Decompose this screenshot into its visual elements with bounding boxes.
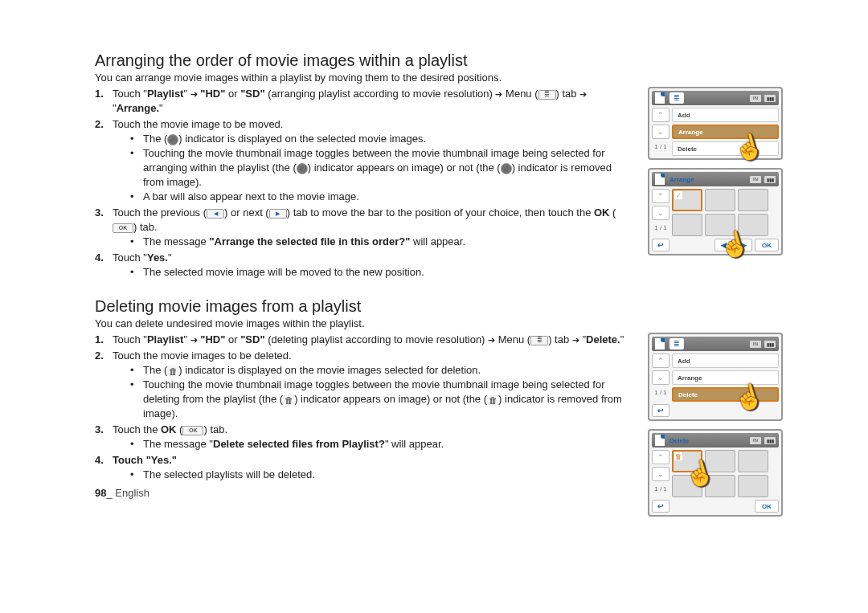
screen-menu-arrange: ≣IN▮▮▮ ⌃⌄1 / 1 Add Arrange Delete ☝ [648,87,783,160]
ok-tab-icon [182,426,203,435]
menu-tab-icon [538,90,556,100]
trash-icon [487,394,498,406]
step-1: Touch "Playlist" "HD" or "SD" (deleting … [95,333,628,347]
thumb-3[interactable] [738,189,768,211]
menu-tab-icon: ≣ [669,338,684,349]
ok-button[interactable]: OK [755,500,779,513]
check-icon [297,163,308,174]
page-footer: 98_ English [95,487,149,499]
battery-icon: ▮▮▮ [764,341,776,348]
down-button[interactable]: ⌄ [652,206,669,220]
trash-icon [167,366,178,377]
down-button[interactable]: ⌄ [652,125,669,139]
step-4: Touch "Yes." The selected playlists will… [95,453,628,482]
screen-title: Arrange [669,176,694,183]
thumb-3[interactable] [738,450,768,472]
up-button[interactable]: ⌃ [652,189,669,203]
heading-delete: Deleting movie images from a playlist [95,297,791,316]
battery-icon: ▮▮▮ [764,437,776,444]
step-2: Touch the movie images to be deleted. Th… [95,349,628,421]
step-4: Touch "Yes." The selected movie image wi… [95,251,628,280]
thumb-4[interactable] [672,214,702,236]
playlist-icon [655,174,665,185]
storage-icon: IN [750,95,761,102]
ok-tab-icon [113,223,133,233]
screen-arrange-thumbs: ArrangeIN▮▮▮ ⌃⌄1 / 1 ✓ [648,168,783,255]
back-button[interactable]: ↩ [652,404,669,417]
thumb-2[interactable] [705,189,735,211]
page-indicator: 1 / 1 [652,389,669,396]
steps-delete: Touch "Playlist" "HD" or "SD" (deleting … [95,333,628,482]
step-2: Touch the movie image to be moved. The (… [95,117,628,204]
page-indicator: 1 / 1 [652,143,669,150]
menu-arrange[interactable]: Arrange [672,370,779,385]
arrow-icon [488,333,495,347]
check-icon: ✓ [674,191,682,199]
menu-tab-icon: ≣ [669,92,684,104]
intro-arrange: You can arrange movie images within a pl… [95,72,791,84]
screen-title: Delete [669,437,689,444]
trash-mark-icon: 🗑 [674,452,682,460]
storage-icon: IN [750,176,761,183]
up-button[interactable]: ⌃ [652,450,669,464]
arrow-icon [572,333,579,347]
intro-delete: You can delete undesired movie images wi… [95,317,791,329]
step-3: Touch the OK () tab. The message "Delete… [95,423,628,452]
down-button[interactable]: ⌄ [652,467,669,481]
playlist-icon [655,92,665,104]
menu-arrange[interactable]: Arrange [672,125,779,139]
menu-add[interactable]: Add [672,353,779,368]
down-button[interactable]: ⌄ [652,370,669,385]
battery-icon: ▮▮▮ [764,176,776,183]
screen-menu-delete: ≣IN▮▮▮ ⌃⌄1 / 1 Add Arrange Delete ↩ ☝ [648,333,783,421]
arrow-icon [190,87,198,101]
check-icon [167,134,178,145]
storage-icon: IN [750,437,761,444]
page-indicator: 1 / 1 [652,485,669,492]
arrow-icon [495,87,502,101]
menu-add[interactable]: Add [672,108,779,122]
back-button[interactable]: ↩ [652,500,669,513]
storage-icon: IN [750,341,761,348]
screen-delete-thumbs: DeleteIN▮▮▮ ⌃⌄1 / 1 🗑 [648,429,783,517]
arrow-icon [190,333,198,347]
ok-button[interactable]: OK [755,239,779,251]
arrow-icon [579,87,587,101]
step-1: Touch "Playlist" "HD" or "SD" (arranging… [95,87,628,116]
step-3: Touch the previous () or next () tab to … [95,206,628,249]
heading-arrange: Arranging the order of movie images with… [95,51,791,70]
playlist-icon [655,435,665,446]
battery-icon: ▮▮▮ [764,95,776,102]
back-button[interactable]: ↩ [652,239,669,251]
thumb-1[interactable]: ✓ [672,189,702,211]
trash-icon [283,394,294,406]
up-button[interactable]: ⌃ [652,353,669,368]
steps-arrange: Touch "Playlist" "HD" or "SD" (arranging… [95,87,628,280]
menu-tab-icon [530,336,548,345]
up-button[interactable]: ⌃ [652,108,669,122]
check-icon [501,163,512,174]
thumb-6[interactable] [738,475,768,497]
next-tab-icon [269,209,287,219]
playlist-icon [655,338,665,349]
prev-tab-icon [207,209,224,219]
page-indicator: 1 / 1 [652,224,669,231]
